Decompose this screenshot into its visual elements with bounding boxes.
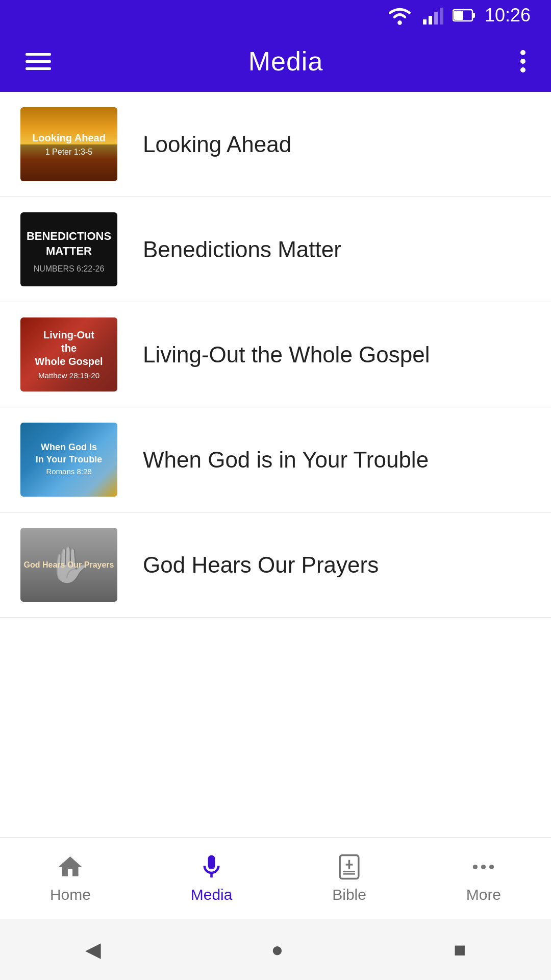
menu-button[interactable]	[26, 53, 51, 70]
svg-rect-6	[472, 13, 475, 18]
battery-icon	[453, 8, 475, 23]
recent-button[interactable]: ■	[454, 938, 466, 961]
app-bar: Media	[0, 31, 551, 92]
svg-rect-3	[434, 12, 438, 24]
more-vert-button[interactable]	[520, 50, 525, 72]
mic-icon	[197, 853, 226, 881]
media-item-title: God Hears Our Prayers	[143, 550, 379, 579]
media-item-title: Looking Ahead	[143, 130, 291, 159]
thumbnail-living-out: Living-OuttheWhole GospelMatthew 28:19-2…	[20, 317, 117, 391]
thumbnail-when-god: When God IsIn Your TroubleRomans 8:28	[20, 423, 117, 497]
thumbnail-looking-ahead: Looking Ahead1 Peter 1:3-5	[20, 107, 117, 181]
home-icon	[56, 853, 84, 881]
svg-point-15	[489, 865, 494, 869]
media-item-title: Benedictions Matter	[143, 235, 341, 264]
nav-item-more[interactable]: More	[446, 848, 521, 909]
thumbnail-god-hears: God Hears Our Prayers	[20, 528, 117, 602]
status-bar: 10:26	[0, 0, 551, 31]
svg-rect-2	[429, 16, 432, 24]
bottom-nav: Home Media Bible More	[0, 837, 551, 919]
thumbnail-benedictions: BENEDICTIONSMATTER NUMBERS 6:22-26	[20, 212, 117, 286]
status-icons: 10:26	[386, 2, 531, 30]
nav-item-home[interactable]: Home	[30, 848, 111, 909]
svg-point-0	[397, 20, 402, 25]
list-item[interactable]: Looking Ahead1 Peter 1:3-5 Looking Ahead	[0, 92, 551, 197]
back-button[interactable]: ◀	[85, 938, 101, 961]
signal-icon	[423, 7, 443, 24]
wifi-icon	[386, 2, 414, 30]
status-time: 10:26	[485, 5, 531, 26]
list-item[interactable]: When God IsIn Your TroubleRomans 8:28 Wh…	[0, 407, 551, 512]
nav-item-media[interactable]: Media	[170, 848, 253, 909]
svg-point-13	[473, 865, 478, 869]
svg-rect-1	[423, 19, 427, 24]
nav-label-more: More	[466, 886, 501, 903]
nav-label-media: Media	[191, 886, 233, 903]
nav-label-home: Home	[50, 886, 91, 903]
home-button[interactable]: ●	[271, 938, 283, 961]
svg-rect-7	[454, 11, 463, 20]
more-horiz-icon	[469, 853, 497, 881]
list-item[interactable]: Living-OuttheWhole GospelMatthew 28:19-2…	[0, 302, 551, 407]
list-item[interactable]: BENEDICTIONSMATTER NUMBERS 6:22-26 Bened…	[0, 197, 551, 302]
media-item-title: Living-Out the Whole Gospel	[143, 340, 430, 369]
app-title: Media	[248, 46, 323, 77]
nav-item-bible[interactable]: Bible	[312, 848, 387, 909]
list-item[interactable]: God Hears Our Prayers God Hears Our Pray…	[0, 512, 551, 618]
media-item-title: When God is in Your Trouble	[143, 445, 429, 474]
media-list: Looking Ahead1 Peter 1:3-5 Looking Ahead…	[0, 92, 551, 618]
svg-point-14	[481, 865, 486, 869]
bible-icon	[335, 853, 363, 881]
nav-label-bible: Bible	[332, 886, 366, 903]
svg-rect-4	[440, 8, 443, 24]
system-nav-bar: ◀ ● ■	[0, 919, 551, 980]
